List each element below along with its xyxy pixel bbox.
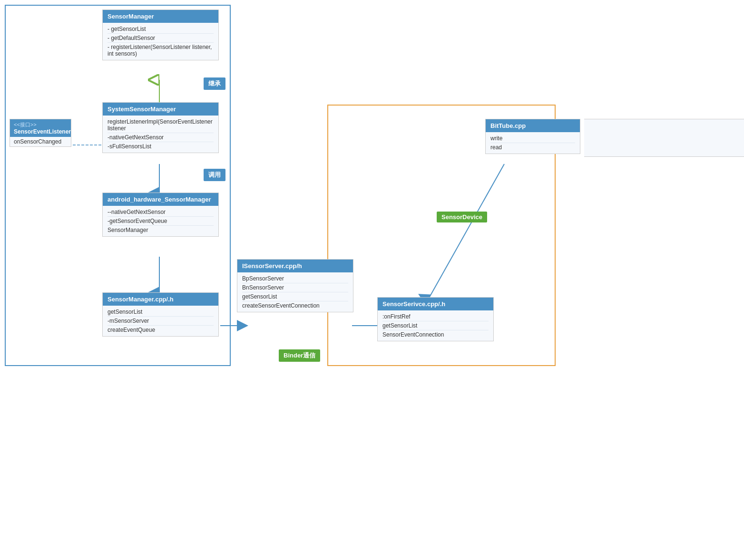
ssm-method-1: registerListenerImpl(SensorEventListener… <box>108 117 214 133</box>
system-sensor-manager-header: SystemSensorManager <box>103 103 218 116</box>
bittube-method-2: read <box>490 143 575 152</box>
sensor-manager-title: SensorManager <box>108 13 154 20</box>
iss-method-4: createSensorEventConnection <box>242 301 348 310</box>
sensor-manager-cpp-header: SensorManager.cpp/.h <box>103 293 218 306</box>
iss-method-2: BnSensorServer <box>242 283 348 292</box>
bittube-header: BitTube.cpp <box>486 119 580 132</box>
bittube-title: BitTube.cpp <box>490 122 526 129</box>
interface-method: onSensorChanged <box>10 137 71 146</box>
isensor-server-header: ISensorServer.cpp/h <box>237 260 353 272</box>
isensor-server-title: ISensorServer.cpp/h <box>242 262 302 270</box>
sensor-manager-header: SensorManager <box>103 10 218 23</box>
bittube-body: write read <box>486 132 580 154</box>
android-hardware-title: android_hardware_SensorManager <box>108 196 211 203</box>
system-sensor-manager-title: SystemSensorManager <box>108 106 176 113</box>
inheritance-badge: 继承 <box>204 77 225 90</box>
isensor-server-box: ISensorServer.cpp/h BpSensorServer BnSen… <box>237 259 353 312</box>
system-sensor-manager-body: registerListenerImpl(SensorEventListener… <box>103 116 218 153</box>
sensor-device-badge: SensorDevice <box>437 212 487 222</box>
bittube-box: BitTube.cpp write read <box>485 119 580 154</box>
ahsm-method-1: --nativeGetNextSensor <box>108 208 214 217</box>
sensor-event-listener-header: <<接口>> SensorEventListener <box>10 119 71 137</box>
smcpp-method-2: -mSensorServer <box>108 317 214 326</box>
interface-title: SensorEventListener <box>14 128 67 135</box>
system-sensor-manager-box: SystemSensorManager registerListenerImpl… <box>102 102 219 153</box>
ahsm-method-3: SensorManager <box>108 226 214 234</box>
ssm-method-3: -sFullSensorsList <box>108 142 214 151</box>
smcpp-method-3: createEventQueue <box>108 326 214 334</box>
ss-method-3: SensorEventConnection <box>382 330 489 339</box>
bittube-method-1: write <box>490 134 575 143</box>
sensor-serivce-box: SensorSerivce.cpp/.h :onFirstRef getSens… <box>377 297 494 341</box>
interface-stereotype: <<接口>> <box>14 121 67 128</box>
iss-method-3: getSensorList <box>242 292 348 301</box>
android-hardware-body: --nativeGetNextSensor -getSensorEventQue… <box>103 206 218 236</box>
sensor-manager-cpp-title: SensorManager.cpp/.h <box>108 296 174 303</box>
android-hardware-header: android_hardware_SensorManager <box>103 193 218 206</box>
ss-method-1: :onFirstRef <box>382 312 489 321</box>
sensor-manager-cpp-box: SensorManager.cpp/.h getSensorList -mSen… <box>102 292 219 337</box>
sensor-manager-cpp-body: getSensorList -mSensorServer createEvent… <box>103 306 218 336</box>
binder-badge: Binder通信 <box>279 349 320 362</box>
right-edge-box <box>584 119 744 157</box>
sensor-manager-box: SensorManager - getSensorList - getDefau… <box>102 10 219 60</box>
ss-method-2: getSensorList <box>382 321 489 330</box>
call-badge: 调用 <box>204 169 225 181</box>
sensor-serivce-header: SensorSerivce.cpp/.h <box>378 298 493 310</box>
sensor-event-listener-box: <<接口>> SensorEventListener onSensorChang… <box>10 119 71 147</box>
sensor-manager-method-2: - getDefaultSensor <box>108 34 214 43</box>
sensor-manager-method-3: - registerListener(SensorListener listen… <box>108 43 214 58</box>
android-hardware-box: android_hardware_SensorManager --nativeG… <box>102 193 219 237</box>
ssm-method-2: -nativeGetNextSensor <box>108 133 214 142</box>
smcpp-method-1: getSensorList <box>108 308 214 317</box>
sensor-manager-body: - getSensorList - getDefaultSensor - reg… <box>103 23 218 60</box>
iss-method-1: BpSensorServer <box>242 274 348 283</box>
sensor-manager-method-1: - getSensorList <box>108 25 214 34</box>
isensor-server-body: BpSensorServer BnSensorServer getSensorL… <box>237 272 353 312</box>
diagram-container: SensorManager - getSensorList - getDefau… <box>0 0 744 560</box>
sensor-serivce-body: :onFirstRef getSensorList SensorEventCon… <box>378 310 493 341</box>
ahsm-method-2: -getSensorEventQueue <box>108 217 214 226</box>
sensor-serivce-title: SensorSerivce.cpp/.h <box>382 300 445 308</box>
